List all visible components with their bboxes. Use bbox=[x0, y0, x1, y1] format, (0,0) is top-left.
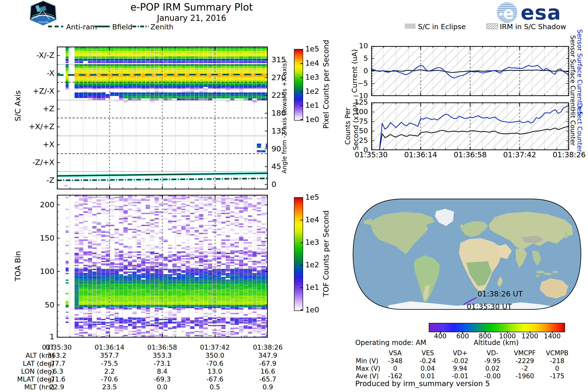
ephemeris-cell: -70.6 bbox=[82, 375, 136, 383]
ephemeris-cell: 353.3 bbox=[135, 352, 189, 359]
spec1-ytick: +X/+Z bbox=[0, 122, 54, 131]
cb2-tickmark bbox=[300, 220, 302, 220]
cassiope-label: CASSIOPE bbox=[38, 21, 49, 24]
current-ytick: 5 bbox=[290, 54, 368, 62]
ephemeris-cell: 01:38:26 bbox=[241, 344, 295, 351]
counts-right-label-blue: Detect Counter bbox=[576, 103, 583, 152]
ephemeris-cell: 0.0 bbox=[135, 383, 189, 391]
ground-track-map bbox=[352, 198, 582, 310]
ephemeris-cell: 8.4 bbox=[135, 368, 189, 375]
ephemeris-cell: 0.9 bbox=[241, 383, 295, 391]
eclipse-swatch-icon bbox=[405, 24, 416, 29]
legend-eclipse-label: S/C in Eclipse bbox=[418, 22, 466, 31]
cassiope-mission-patch: CASSIOPE bbox=[29, 0, 57, 26]
right-time-tick: 01:36:58 bbox=[443, 150, 497, 159]
cb1-tickmark bbox=[300, 119, 302, 120]
ephemeris-cell: 01:35:30 bbox=[30, 344, 84, 351]
cb2-tickmark bbox=[300, 197, 302, 198]
legend-shadow-label: IRM in S/C Shadow bbox=[500, 22, 566, 31]
ephemeris-cell: 01:36:58 bbox=[135, 344, 189, 351]
ephemeris-cell: -65.7 bbox=[241, 375, 295, 383]
cb1-tickmark bbox=[300, 77, 302, 78]
counts-right-label-black: Hit Counter bbox=[569, 109, 576, 146]
current-right-label-black: Sensor Surface Current bbox=[569, 35, 576, 109]
ephemeris-cell: 01:36:14 bbox=[82, 344, 136, 351]
spec1-right-ytick: 315 bbox=[272, 55, 286, 64]
spec1-right-ytick: 90 bbox=[272, 144, 281, 153]
spec1-right-ytick: 135 bbox=[272, 126, 286, 135]
cb2-tickmark bbox=[300, 288, 302, 288]
spec1-right-ytick: 180 bbox=[272, 108, 286, 117]
ephemeris-cell: 363.2 bbox=[30, 352, 84, 359]
ephemeris-cell: -69.3 bbox=[135, 375, 189, 383]
spec2-y-axis-label: TOA Bin bbox=[13, 251, 22, 281]
ephemeris-cell: -75.5 bbox=[82, 360, 136, 367]
current-right-label-blue: Sensor Surface Current x 5 bbox=[576, 30, 583, 116]
spec1-ytick: -X bbox=[0, 68, 54, 78]
spec1-ytick: +Z bbox=[0, 104, 54, 113]
right-time-tick: 01:36:14 bbox=[394, 150, 448, 159]
cb2-tickmark bbox=[300, 242, 302, 243]
cb1-tickmark bbox=[300, 105, 302, 106]
epop-irm-summary-plot: CASSIOPE e-POP IRM Summary Plot January … bbox=[0, 0, 588, 392]
altitude-colorbar bbox=[429, 323, 565, 332]
page-date: January 21, 2016 bbox=[104, 13, 278, 23]
altitude-tickmark bbox=[552, 331, 553, 334]
altitude-tickmark bbox=[462, 331, 463, 334]
tof-colorbar bbox=[294, 197, 303, 311]
right-time-tick: 01:37:42 bbox=[493, 150, 546, 159]
counts-ytick: 25 bbox=[290, 136, 368, 144]
ephemeris-cell: 23.5 bbox=[82, 383, 136, 391]
ephemeris-cell: -71.6 bbox=[30, 375, 84, 383]
tof-colorbar-tick: 1e3 bbox=[305, 238, 319, 246]
altitude-tickmark bbox=[507, 331, 508, 334]
current-ytick: 0 bbox=[290, 67, 368, 75]
counts-ytick: 100 bbox=[290, 108, 368, 116]
current-ytick: −5 bbox=[290, 79, 368, 88]
tof-colorbar-title: TOF Counts per Second bbox=[322, 210, 330, 297]
spec2-ytick: 150 bbox=[0, 234, 54, 242]
tof-colorbar-tick: 1e0 bbox=[305, 306, 319, 314]
cb1-tickmark bbox=[300, 92, 302, 92]
right-time-tick: 01:38:26 bbox=[542, 150, 588, 159]
ephemeris-cell: 350.0 bbox=[188, 352, 242, 359]
spec2-ytick: 50 bbox=[0, 300, 54, 309]
page-title: e-POP IRM Summary Plot bbox=[104, 2, 278, 13]
counts-ytick: 125 bbox=[290, 98, 368, 106]
ephemeris-cell: -73.1 bbox=[135, 360, 189, 367]
voltage-cell: -175 bbox=[530, 372, 584, 380]
cb2-tickmark bbox=[300, 265, 302, 266]
spec2-ytick: 1 bbox=[0, 332, 54, 341]
toa-spectrogram-plot bbox=[57, 195, 268, 338]
altitude-tickmark bbox=[440, 331, 441, 334]
ephemeris-cell: 2.2 bbox=[82, 368, 136, 375]
anti-ram-legend-line-icon bbox=[48, 24, 64, 29]
cb2-tickmark bbox=[300, 310, 302, 310]
spec1-ytick: +Z/-X bbox=[0, 86, 54, 95]
ephemeris-cell: 0.5 bbox=[188, 383, 242, 391]
voltage-cell: -218 bbox=[530, 357, 584, 364]
current-ytick: 10 bbox=[290, 42, 368, 50]
voltage-column-header: VCMPB bbox=[530, 349, 584, 357]
legend-bfield-label: Bfield bbox=[112, 23, 132, 31]
spec1-ytick: -X/-Z bbox=[0, 51, 54, 60]
esa-logo: e esa bbox=[496, 2, 577, 24]
ephemeris-cell: -70.6 bbox=[188, 360, 242, 367]
ephemeris-cell: 357.7 bbox=[82, 352, 136, 359]
ephemeris-cell: 13.0 bbox=[188, 368, 242, 375]
bfield-legend-line-icon bbox=[94, 24, 110, 29]
esa-disc-e: e bbox=[503, 4, 514, 22]
spec1-ytick: -Z/+X bbox=[0, 158, 54, 166]
produced-by-label: Produced by irm_summary version 5 bbox=[355, 379, 490, 388]
zenith-legend-line-icon bbox=[132, 24, 149, 29]
voltage-cell: 0 bbox=[530, 365, 584, 372]
spec2-ytick: 100 bbox=[0, 267, 54, 276]
counters-plot bbox=[371, 102, 569, 150]
cb1-tickmark bbox=[300, 63, 302, 64]
spec1-right-ytick: 225 bbox=[272, 91, 286, 100]
spec2-ytick: 200 bbox=[0, 200, 54, 209]
tof-colorbar-tick: 1e4 bbox=[305, 215, 319, 224]
counts-ytick: 75 bbox=[290, 117, 368, 126]
spec1-right-ytick: 0 bbox=[272, 180, 276, 189]
pixel-spectrogram-plot bbox=[57, 46, 268, 190]
